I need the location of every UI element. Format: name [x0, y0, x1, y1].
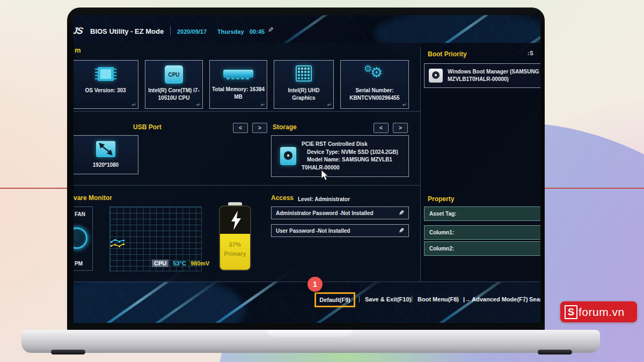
disk-icon: [280, 147, 296, 165]
cpu-stats: CPU 53°C 980mV: [152, 260, 209, 267]
battery-indicator: 57% Primary: [219, 202, 251, 271]
sforum-watermark: S forum.vn: [560, 301, 637, 322]
access-level: Level: Administrator: [298, 196, 350, 202]
hardware-monitor-heading: vare Monitor: [74, 194, 112, 202]
property-label: Asset Tag:: [429, 211, 456, 217]
sort-hint-icon: ↕S: [527, 50, 533, 56]
enter-icon: ↵: [132, 102, 136, 108]
card-bios-version[interactable]: OS Version: 303 ↵: [74, 60, 138, 109]
search-button[interactable]: Search: [529, 296, 540, 302]
storage-device-info: PCIE RST Controlled Disk Device Type: NV…: [302, 141, 398, 172]
property-heading: Property: [428, 195, 454, 203]
page-title: BIOS Utility - EZ Mode: [90, 27, 164, 35]
card-serial-number[interactable]: ⚙⚙ Serial Number: KBNTCVN00296455 ↵: [340, 60, 409, 109]
advanced-mode-f7-button[interactable]: |→Advanced Mode(F7): [463, 296, 528, 302]
system-day: Thursday: [217, 28, 244, 35]
step-annotation-badge: 1: [308, 277, 323, 292]
menu-separator: |: [457, 295, 458, 302]
advanced-mode-label: Advanced Mode(F7): [472, 296, 528, 302]
storage-next-button[interactable]: >: [393, 123, 408, 133]
edit-pencil-icon[interactable]: ✎: [399, 227, 404, 234]
save-exit-f10-button[interactable]: Save & Exit(F10): [365, 296, 411, 302]
admin-password-row[interactable]: Administrator Password -Not Installed ✎: [271, 206, 409, 219]
fan-label: FAN: [75, 211, 85, 217]
access-heading: Access: [271, 194, 294, 202]
system-date[interactable]: 2020/09/17: [177, 28, 207, 35]
resolution-icon: [96, 141, 115, 157]
property-label: Column2:: [429, 246, 454, 252]
boot-entry-label: Windows Boot Manager (SAMSUNG MZVLB1T0HA…: [448, 68, 540, 83]
admin-password-label: Administrator Password -Not Installed: [276, 210, 374, 216]
battery-type: Primary: [220, 249, 250, 258]
cpu-temperature: 53°C: [173, 260, 186, 267]
edit-datetime-icon[interactable]: ✎: [268, 26, 274, 34]
battery-text: 57% Primary: [220, 240, 250, 258]
sforum-logo-s: S: [565, 305, 577, 319]
enter-icon: ↵: [402, 102, 407, 108]
system-time[interactable]: 00:45: [250, 28, 265, 35]
property-label: Column1:: [429, 230, 454, 235]
boot-menu-f8-button[interactable]: Boot Menu(F8): [418, 296, 459, 302]
user-password-row[interactable]: User Password -Not Installed ✎: [271, 224, 409, 237]
fan-icon: [74, 227, 87, 249]
property-row-column2[interactable]: Column2:: [424, 241, 540, 256]
usb-port-heading: USB Port: [133, 123, 162, 131]
column-divider: [420, 47, 421, 282]
default-f9-label: Default(F9): [319, 297, 350, 303]
laptop-base: [21, 330, 600, 353]
information-heading-fragment: m: [75, 46, 81, 54]
usb-device-card[interactable]: 1920*1080: [74, 135, 138, 174]
battery-body: 57% Primary: [219, 205, 251, 271]
bios-version-label: OS Version: 303: [83, 87, 127, 94]
cpu-icon: CPU: [165, 65, 183, 84]
storage-line: PCIE RST Controlled Disk: [302, 141, 398, 149]
mouse-cursor: [321, 169, 330, 181]
storage-prev-button[interactable]: <: [374, 123, 389, 133]
storage-heading: Storage: [273, 123, 297, 131]
gpu-icon: [296, 65, 312, 82]
card-memory[interactable]: Total Memory: 16384 MB ↵: [209, 60, 267, 109]
usb-device-label: 1920*1080: [93, 162, 119, 168]
section-divider: [74, 111, 420, 112]
memory-label: Total Memory: 16384 MB: [210, 86, 267, 100]
fan-rpm-fragment: PM: [75, 261, 83, 267]
gears-icon: ⚙⚙: [363, 65, 386, 84]
enter-icon: ↵: [261, 102, 265, 108]
serial-number-label: Serial Number: KBNTCVN00296455: [341, 87, 408, 101]
fan-panel: FAN PM: [74, 206, 93, 271]
cpu-label: Intel(R) Core(TM) i7-10510U CPU: [145, 87, 202, 101]
storage-device-card[interactable]: PCIE RST Controlled Disk Device Type: NV…: [271, 135, 409, 177]
brand-logo-fragment: JS: [74, 26, 83, 36]
usb-prev-button[interactable]: <: [233, 123, 248, 133]
usb-next-button[interactable]: >: [252, 123, 267, 133]
laptop-lid-notch: [267, 330, 352, 337]
storage-line: Model Name: SAMSUNG MZVLB1: [302, 156, 398, 164]
default-f9-button[interactable]: Default(F9): [314, 292, 355, 307]
chip-icon: [94, 65, 118, 84]
enter-icon: ↵: [327, 102, 332, 108]
sforum-logo-text: forum.vn: [579, 306, 625, 319]
user-password-label: User Password -Not Installed: [276, 228, 350, 234]
memory-icon: [223, 70, 253, 78]
enter-icon: ↵: [196, 102, 201, 108]
property-row-column1[interactable]: Column1:: [424, 225, 540, 240]
menu-separator: |: [524, 295, 525, 302]
boot-entry-windows[interactable]: Windows Boot Manager (SAMSUNG MZVLB1T0HA…: [424, 63, 540, 88]
card-graphics[interactable]: Intel(R) UHD Graphics ↵: [274, 60, 334, 109]
edit-pencil-icon[interactable]: ✎: [399, 209, 404, 217]
battery-percent: 57%: [220, 240, 250, 249]
section-divider: [74, 185, 420, 186]
boot-priority-heading: Boot Priority: [428, 50, 467, 58]
advanced-mode-icon: |→: [463, 296, 471, 302]
cpu-stat-label: CPU: [152, 260, 169, 267]
bios-screen: JS BIOS Utility - EZ Mode 2020/09/17 Thu…: [74, 15, 540, 323]
storage-line: T0HALR-00000: [302, 164, 398, 172]
card-cpu[interactable]: CPU Intel(R) Core(TM) i7-10510U CPU ↵: [145, 60, 203, 109]
property-row-asset-tag[interactable]: Asset Tag:: [424, 206, 540, 221]
menu-separator: |: [358, 295, 360, 302]
cpu-voltage: 980mV: [191, 260, 209, 267]
laptop-foot: [538, 350, 572, 354]
storage-line: Device Type: NVMe SSD (1024.2GB): [302, 149, 398, 157]
lightning-bolt-icon: [229, 211, 243, 230]
boot-disk-icon: [429, 69, 443, 83]
